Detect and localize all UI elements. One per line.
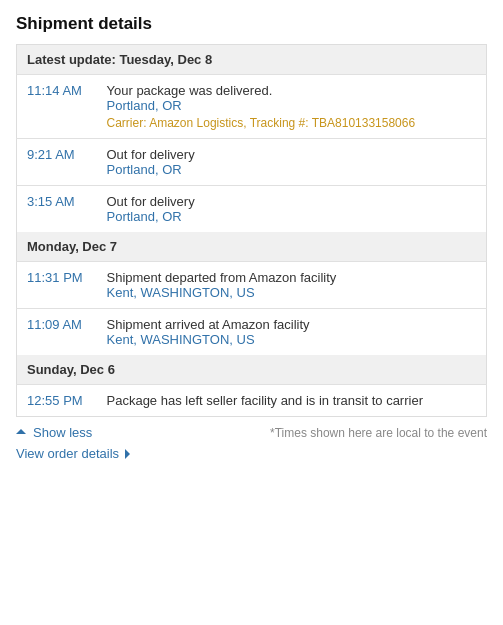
event-details: Package has left seller facility and is …	[97, 385, 487, 417]
event-description: Out for delivery	[107, 194, 477, 209]
event-time: 11:14 AM	[17, 75, 97, 139]
table-row: 11:09 AMShipment arrived at Amazon facil…	[17, 309, 487, 356]
event-description: Shipment arrived at Amazon facility	[107, 317, 477, 332]
event-description: Out for delivery	[107, 147, 477, 162]
shipment-details-panel: Shipment details Latest update: Tuesday,…	[0, 0, 503, 475]
show-less-link[interactable]: Show less	[16, 425, 92, 440]
chevron-up-icon	[16, 429, 26, 434]
shipment-table: Latest update: Tuesday, Dec 811:14 AMYou…	[16, 44, 487, 417]
event-description: Shipment departed from Amazon facility	[107, 270, 477, 285]
event-time: 3:15 AM	[17, 186, 97, 233]
page-title: Shipment details	[16, 14, 487, 34]
view-order-link[interactable]: View order details	[16, 446, 487, 461]
table-row: 9:21 AMOut for deliveryPortland, OR	[17, 139, 487, 186]
times-note: *Times shown here are local to the event	[270, 426, 487, 440]
table-row: 11:31 PMShipment departed from Amazon fa…	[17, 262, 487, 309]
view-order-label: View order details	[16, 446, 119, 461]
event-description: Your package was delivered.	[107, 83, 477, 98]
event-details: Out for deliveryPortland, OR	[97, 186, 487, 233]
event-time: 11:31 PM	[17, 262, 97, 309]
event-location: Kent, WASHINGTON, US	[107, 285, 477, 300]
date-header-row: Sunday, Dec 6	[17, 355, 487, 385]
show-less-label: Show less	[33, 425, 92, 440]
event-time: 9:21 AM	[17, 139, 97, 186]
event-location: Kent, WASHINGTON, US	[107, 332, 477, 347]
table-row: 3:15 AMOut for deliveryPortland, OR	[17, 186, 487, 233]
table-row: 12:55 PMPackage has left seller facility…	[17, 385, 487, 417]
date-header-row: Monday, Dec 7	[17, 232, 487, 262]
event-location: Portland, OR	[107, 98, 477, 113]
event-details: Out for deliveryPortland, OR	[97, 139, 487, 186]
event-time: 12:55 PM	[17, 385, 97, 417]
event-description: Package has left seller facility and is …	[107, 393, 477, 408]
table-row: 11:14 AMYour package was delivered.Portl…	[17, 75, 487, 139]
chevron-right-icon	[125, 449, 130, 459]
footer-row: Show less *Times shown here are local to…	[16, 425, 487, 440]
event-location: Portland, OR	[107, 209, 477, 224]
event-details: Your package was delivered.Portland, ORC…	[97, 75, 487, 139]
event-details: Shipment arrived at Amazon facilityKent,…	[97, 309, 487, 356]
event-carrier: Carrier: Amazon Logistics, Tracking #: T…	[107, 116, 477, 130]
event-location: Portland, OR	[107, 162, 477, 177]
event-details: Shipment departed from Amazon facilityKe…	[97, 262, 487, 309]
date-header-row: Latest update: Tuesday, Dec 8	[17, 45, 487, 75]
event-time: 11:09 AM	[17, 309, 97, 356]
